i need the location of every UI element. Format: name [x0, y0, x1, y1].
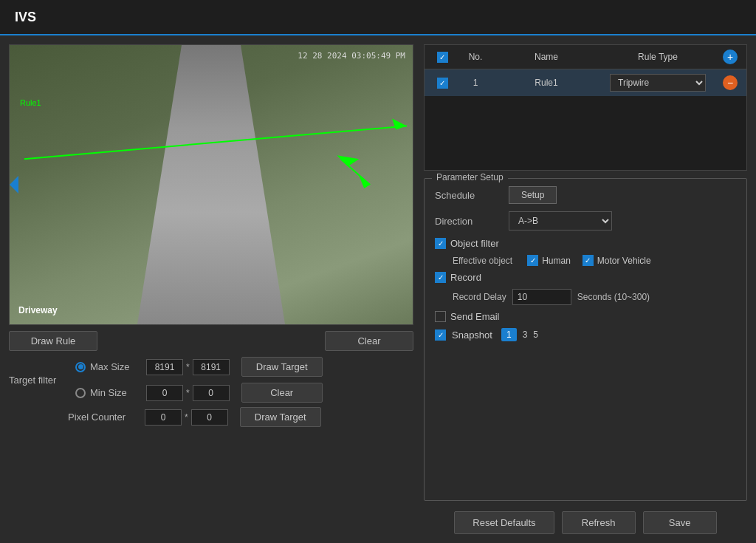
right-panel: ✓ No. Name Rule Type + ✓ 1 Rule1 Tripwir…: [424, 44, 747, 534]
record-row: ✓ Record: [435, 272, 736, 283]
left-panel: 12 28 2024 03:05:49 PM Rule1 Driveway Dr…: [9, 44, 413, 534]
row-number: 1: [457, 78, 494, 88]
svg-line-3: [340, 159, 370, 185]
parameter-setup-section: Parameter Setup Schedule Setup Direction…: [424, 178, 747, 501]
svg-marker-4: [359, 176, 370, 188]
row-name: Rule1: [494, 78, 599, 88]
direction-label: Direction: [435, 216, 501, 227]
rules-table: ✓ No. Name Rule Type + ✓ 1 Rule1 Tripwir…: [424, 44, 747, 171]
col-rule-type: Rule Type: [599, 52, 717, 62]
min-size-radio[interactable]: [75, 388, 86, 398]
col-name: Name: [494, 52, 599, 62]
record-checkbox[interactable]: ✓: [435, 272, 446, 283]
svg-marker-1: [392, 118, 407, 129]
camera-view: 12 28 2024 03:05:49 PM Rule1 Driveway: [9, 44, 413, 325]
clear-button-1[interactable]: Clear: [325, 331, 413, 351]
motor-vehicle-label: Motor Vehicle: [597, 256, 651, 266]
pixel-counter-inputs: *: [145, 409, 228, 426]
min-size-inputs: *: [146, 385, 230, 401]
motor-vehicle-item: ✓ Motor Vehicle: [583, 255, 651, 266]
object-filter-label: Object filter: [450, 238, 499, 249]
record-delay-row: Record Delay Seconds (10~300): [453, 289, 736, 305]
table-empty-area: [425, 96, 746, 170]
object-filter-checkbox[interactable]: ✓: [435, 238, 446, 249]
header: IVS: [0, 0, 756, 35]
snapshot-row: ✓ Snapshot 1 3 5: [435, 328, 736, 341]
human-checkbox[interactable]: ✓: [527, 255, 538, 266]
record-delay-input[interactable]: [512, 289, 571, 305]
pixel-counter-width[interactable]: [145, 409, 182, 426]
direction-select[interactable]: A->B B->A A<->B: [509, 211, 612, 230]
record-delay-label: Record Delay: [453, 292, 506, 302]
remove-rule-button[interactable]: −: [723, 75, 738, 90]
radio-group: Max Size * Draw Target Min Size: [75, 357, 323, 403]
object-filter-row: ✓ Object filter: [435, 238, 736, 249]
app-title: IVS: [15, 10, 36, 25]
footer-buttons: Reset Defaults Refresh Save: [424, 511, 747, 534]
col-no: No.: [457, 52, 494, 62]
send-email-label: Send Email: [450, 311, 499, 322]
table-header: ✓ No. Name Rule Type +: [425, 45, 746, 69]
schedule-label: Schedule: [435, 190, 501, 201]
snapshot-val3[interactable]: 5: [533, 329, 538, 340]
max-size-row: Max Size * Draw Target: [75, 357, 323, 377]
min-size-row: Min Size * Clear: [75, 383, 323, 403]
svg-line-0: [24, 126, 407, 159]
record-label: Record: [450, 272, 481, 283]
min-size-width[interactable]: [146, 385, 183, 401]
min-size-height[interactable]: [193, 385, 230, 401]
draw-target-button-1[interactable]: Draw Target: [241, 357, 323, 377]
max-size-radio[interactable]: [75, 362, 86, 372]
reset-defaults-button[interactable]: Reset Defaults: [454, 511, 554, 534]
snapshot-checkbox[interactable]: ✓: [435, 329, 446, 341]
pixel-counter-row: Pixel Counter * Draw Target: [12, 407, 413, 427]
effective-object-row: Effective object ✓ Human ✓ Motor Vehicle: [453, 255, 736, 266]
record-delay-unit: Seconds (10~300): [577, 292, 650, 302]
pixel-counter-label: Pixel Counter: [68, 411, 127, 423]
draw-rule-button[interactable]: Draw Rule: [9, 331, 97, 351]
direction-row: Direction A->B B->A A<->B: [435, 211, 736, 230]
setup-button[interactable]: Setup: [509, 186, 557, 204]
target-filter-section: Target filter Max Size * Draw Target: [9, 357, 413, 427]
param-section-title: Parameter Setup: [432, 172, 508, 182]
rule-type-select[interactable]: Tripwire Intrusion Line Crossing: [610, 74, 706, 92]
max-size-inputs: *: [146, 359, 230, 375]
human-label: Human: [542, 256, 571, 266]
max-size-label: Max Size: [90, 361, 142, 372]
draw-rule-row: Draw Rule Clear: [9, 331, 413, 351]
header-checkbox[interactable]: ✓: [437, 52, 448, 63]
tripwire-overlay: [10, 45, 413, 324]
clear-button-2[interactable]: Clear: [241, 383, 323, 403]
driveway-label: Driveway: [18, 305, 58, 315]
send-email-row: Send Email: [435, 311, 736, 322]
draw-target-button-2[interactable]: Draw Target: [240, 407, 321, 427]
snapshot-val2[interactable]: 3: [523, 329, 528, 340]
pixel-counter-height[interactable]: [191, 409, 228, 426]
snapshot-val1[interactable]: 1: [501, 328, 517, 341]
camera-timestamp: 12 28 2024 03:05:49 PM: [298, 51, 405, 61]
row-checkbox[interactable]: ✓: [437, 78, 448, 89]
snapshot-label: Snapshot: [452, 329, 492, 341]
min-size-label: Min Size: [90, 387, 142, 398]
max-size-height[interactable]: [193, 359, 230, 375]
schedule-row: Schedule Setup: [435, 186, 736, 204]
send-email-checkbox[interactable]: [435, 311, 446, 322]
save-button[interactable]: Save: [643, 511, 717, 534]
add-rule-button[interactable]: +: [723, 49, 738, 64]
max-size-width[interactable]: [146, 359, 183, 375]
refresh-button[interactable]: Refresh: [562, 511, 636, 534]
effective-object-label: Effective object: [453, 256, 512, 266]
motor-vehicle-checkbox[interactable]: ✓: [583, 255, 594, 266]
rule-name-overlay: Rule1: [20, 98, 41, 107]
table-row: ✓ 1 Rule1 Tripwire Intrusion Line Crossi…: [425, 69, 746, 96]
target-filter-row: Target filter Max Size * Draw Target: [9, 357, 413, 403]
human-item: ✓ Human: [527, 255, 571, 266]
target-filter-label: Target filter: [9, 375, 68, 386]
